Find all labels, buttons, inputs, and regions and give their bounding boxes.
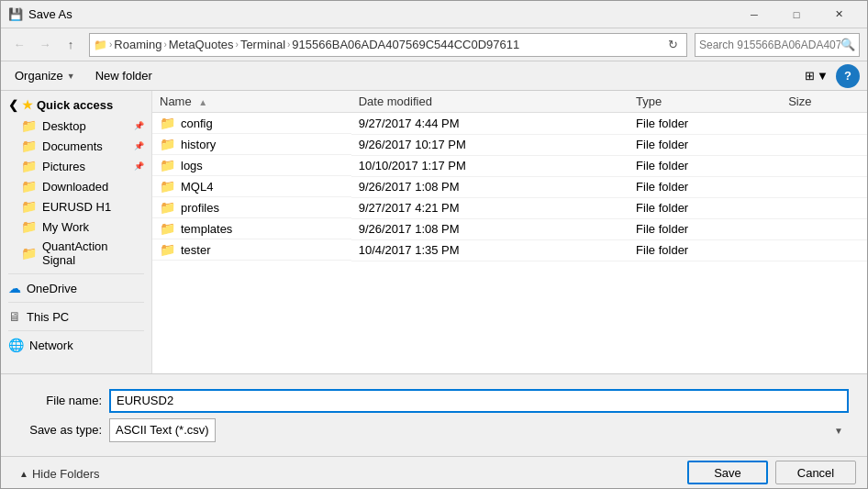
onedrive-icon: ☁ bbox=[8, 281, 21, 295]
window-icon: 💾 bbox=[8, 7, 23, 22]
desktop-folder-icon: 📁 bbox=[21, 118, 37, 133]
file-name: history bbox=[181, 138, 216, 151]
refresh-button[interactable]: ↻ bbox=[662, 35, 683, 55]
file-type: File folder bbox=[629, 197, 781, 218]
sidebar-item-eurusd[interactable]: 📁 EURUSD H1 bbox=[1, 196, 151, 217]
file-type: File folder bbox=[629, 113, 781, 135]
filename-input[interactable] bbox=[109, 389, 849, 413]
breadcrumb-terminal[interactable]: Terminal bbox=[240, 38, 285, 51]
forward-button[interactable]: → bbox=[34, 34, 56, 56]
documents-folder-icon: 📁 bbox=[21, 139, 37, 153]
sidebar-mywork-label: My Work bbox=[42, 220, 89, 234]
search-input[interactable] bbox=[699, 39, 840, 51]
quick-access-header[interactable]: ❮ ★ Quick access bbox=[1, 94, 151, 116]
file-size bbox=[781, 239, 867, 261]
file-type: File folder bbox=[629, 239, 781, 261]
network-icon: 🌐 bbox=[8, 338, 24, 352]
file-date: 9/26/2017 1:08 PM bbox=[351, 176, 629, 197]
sidebar-item-thispc[interactable]: 🖥 This PC bbox=[1, 306, 151, 327]
back-button[interactable]: ← bbox=[8, 34, 30, 56]
table-row[interactable]: 📁 tester 10/4/2017 1:35 PM File folder bbox=[152, 239, 867, 261]
folder-icon: 📁 bbox=[160, 200, 175, 215]
title-buttons: ─ □ ✕ bbox=[733, 1, 860, 28]
file-size bbox=[781, 218, 867, 239]
sidebar-item-quantaction[interactable]: 📁 QuantAction Signal bbox=[1, 237, 151, 270]
title-bar: 💾 Save As ─ □ ✕ bbox=[1, 1, 867, 28]
sidebar-item-pictures[interactable]: 📁 Pictures 📌 bbox=[1, 156, 151, 176]
footer: ▲ Hide Folders Save Cancel bbox=[1, 456, 867, 488]
sidebar-divider-3 bbox=[8, 330, 144, 331]
savetype-select[interactable]: ASCII Text (*.csv) bbox=[109, 418, 216, 442]
file-list-header: Name ▲ Date modified Type Size bbox=[152, 91, 867, 113]
search-box[interactable]: 🔍 bbox=[695, 33, 860, 57]
folder-icon: 📁 bbox=[160, 158, 175, 172]
table-row[interactable]: 📁 history 9/26/2017 10:17 PM File folder bbox=[152, 134, 867, 155]
close-button[interactable]: ✕ bbox=[818, 1, 860, 28]
eurusd-folder-icon: 📁 bbox=[21, 199, 37, 214]
column-date-modified[interactable]: Date modified bbox=[351, 91, 629, 113]
column-size[interactable]: Size bbox=[781, 91, 867, 113]
breadcrumb-roaming[interactable]: Roaming bbox=[114, 38, 161, 51]
bottom-panel: File name: Save as type: ASCII Text (*.c… bbox=[1, 373, 867, 456]
column-type[interactable]: Type bbox=[629, 91, 781, 113]
sidebar-item-network[interactable]: 🌐 Network bbox=[1, 335, 151, 355]
save-button[interactable]: Save bbox=[687, 461, 768, 484]
search-icon: 🔍 bbox=[840, 38, 855, 51]
file-date: 9/27/2017 4:21 PM bbox=[351, 197, 629, 218]
sidebar-item-onedrive[interactable]: ☁ OneDrive bbox=[1, 278, 151, 298]
sidebar-item-documents[interactable]: 📁 Documents 📌 bbox=[1, 136, 151, 156]
hide-folders-label: Hide Folders bbox=[32, 467, 100, 481]
desktop-pin-icon: 📌 bbox=[134, 121, 144, 130]
footer-actions: Save Cancel bbox=[687, 461, 856, 484]
sidebar-pictures-label: Pictures bbox=[42, 160, 85, 173]
file-type: File folder bbox=[629, 218, 781, 239]
breadcrumb-metaquotes[interactable]: MetaQuotes bbox=[169, 38, 234, 51]
view-options-button[interactable]: ⊞ ▼ bbox=[805, 65, 829, 87]
view-dropdown-arrow: ▼ bbox=[817, 69, 829, 83]
new-folder-button[interactable]: New folder bbox=[89, 65, 159, 87]
window-title: Save As bbox=[28, 7, 733, 21]
file-type: File folder bbox=[629, 176, 781, 197]
sidebar-item-downloaded[interactable]: 📁 Downloaded bbox=[1, 176, 151, 196]
file-name: config bbox=[181, 117, 213, 130]
help-button[interactable]: ? bbox=[836, 64, 860, 88]
organize-button[interactable]: Organize ▼ bbox=[8, 65, 82, 87]
file-date: 9/27/2017 4:44 PM bbox=[351, 113, 629, 135]
breadcrumb-bar[interactable]: 📁 › Roaming › MetaQuotes › Terminal › 91… bbox=[89, 33, 687, 57]
column-name[interactable]: Name ▲ bbox=[152, 91, 351, 113]
sidebar-onedrive-label: OneDrive bbox=[27, 282, 77, 295]
folder-icon: 📁 bbox=[160, 179, 175, 194]
file-date: 10/10/2017 1:17 PM bbox=[351, 155, 629, 176]
sidebar-eurusd-label: EURUSD H1 bbox=[42, 200, 111, 214]
sidebar-divider-2 bbox=[8, 302, 144, 303]
organize-dropdown-arrow: ▼ bbox=[67, 72, 75, 81]
sidebar-documents-label: Documents bbox=[42, 139, 103, 153]
file-type: File folder bbox=[629, 134, 781, 155]
quick-access-label: Quick access bbox=[37, 98, 113, 112]
file-content-area: Name ▲ Date modified Type Size bbox=[152, 91, 867, 373]
name-sort-arrow: ▲ bbox=[198, 97, 207, 107]
up-button[interactable]: ↑ bbox=[60, 34, 82, 56]
cancel-button[interactable]: Cancel bbox=[775, 461, 856, 484]
folder-icon: 📁 bbox=[160, 116, 175, 130]
table-row[interactable]: 📁 templates 9/26/2017 1:08 PM File folde… bbox=[152, 218, 867, 239]
savetype-dropdown-arrow: ▼ bbox=[834, 425, 843, 435]
table-row[interactable]: 📁 config 9/27/2017 4:44 PM File folder bbox=[152, 113, 867, 135]
file-size bbox=[781, 197, 867, 218]
breadcrumb-guid[interactable]: 915566BA06ADA407569C544CC0D97611 bbox=[292, 38, 519, 51]
file-list: Name ▲ Date modified Type Size bbox=[152, 91, 867, 261]
maximize-button[interactable]: □ bbox=[775, 1, 818, 28]
table-row[interactable]: 📁 profiles 9/27/2017 4:21 PM File folder bbox=[152, 197, 867, 218]
table-row[interactable]: 📁 MQL4 9/26/2017 1:08 PM File folder bbox=[152, 176, 867, 197]
file-name: profiles bbox=[181, 201, 219, 215]
pictures-folder-icon: 📁 bbox=[21, 159, 37, 173]
quick-access-chevron: ❮ bbox=[8, 98, 18, 112]
save-as-window: 💾 Save As ─ □ ✕ ← → ↑ 📁 › Roaming › Meta… bbox=[0, 0, 868, 489]
table-row[interactable]: 📁 logs 10/10/2017 1:17 PM File folder bbox=[152, 155, 867, 176]
sidebar-item-desktop[interactable]: 📁 Desktop 📌 bbox=[1, 116, 151, 136]
navigation-toolbar: ← → ↑ 📁 › Roaming › MetaQuotes › Termina… bbox=[1, 28, 867, 61]
minimize-button[interactable]: ─ bbox=[733, 1, 775, 28]
file-date: 9/26/2017 1:08 PM bbox=[351, 218, 629, 239]
hide-folders-button[interactable]: ▲ Hide Folders bbox=[12, 463, 107, 484]
sidebar-item-mywork[interactable]: 📁 My Work bbox=[1, 217, 151, 237]
